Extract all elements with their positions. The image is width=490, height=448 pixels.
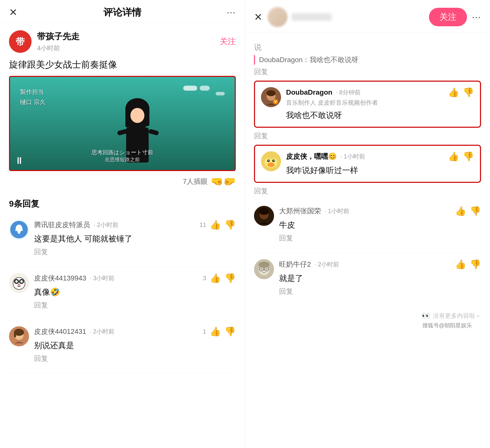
author-row: 带 带孩子先走 4小时前 关注 [0,23,245,55]
table-row: 腾讯驻皮皮特派员 · 2小时前 11 👍 👎 这要是其他人 可能就被锤了 回复 [9,214,236,267]
say-label: 说 [254,37,481,53]
thumbdown-icon[interactable]: 👎 [463,87,474,98]
reply-link[interactable]: 回复 [34,354,236,363]
thumbup-icon[interactable]: 👍 [210,326,221,337]
reply-link[interactable]: 回复 [34,247,236,257]
thumbdown-icon[interactable]: 👎 [463,151,474,162]
comment-username: 大郑州张国荣 [279,206,321,216]
comment-text: 这要是其他人 可能就被锤了 [34,233,236,245]
close-icon[interactable]: ✕ [9,7,18,17]
reply-link[interactable]: 回复 [254,131,481,141]
comment-item: V DoubaDragon · 8分钟前 👍 👎 音乐制作人 皮皮虾音乐视频创作… [261,87,474,121]
right-close-icon[interactable]: ✕ [254,12,263,22]
thumbup-icon[interactable]: 👍 [455,259,466,270]
thumbup-icon[interactable]: 👍 [455,206,466,216]
svg-point-47 [259,262,270,268]
comment-username: 皮皮侠44139943 [34,273,86,283]
right-top-avatar [268,7,288,27]
svg-point-18 [20,280,23,283]
avatar: V [261,87,281,107]
comment-text: 真像🤣 [34,286,236,298]
reply-link[interactable]: 回复 [279,287,481,296]
comment-body: 大郑州张国荣 · 1小时前 👍 👎 牛皮 回复 [279,206,481,247]
comment-header: 旺奶牛仔2 · 2小时前 👍 👎 [279,259,481,270]
comment-body: 皮皮侠44012431 · 2小时前 1 👍 👎 别说还真是 回复 [34,326,236,367]
svg-rect-5 [125,107,130,127]
watermark: 搜狐号@朝阳星娱乐 [254,321,481,333]
video-jp-text: 製作担当 樋口 宗久 [20,87,46,107]
right-header: ✕ 关注 ··· [245,0,490,32]
svg-point-17 [15,280,18,283]
comment-text: 牛皮 [279,219,481,231]
svg-point-35 [273,160,274,161]
comment-time: · 1小时前 [340,153,365,161]
comment-text: 别说还真是 [34,339,236,351]
comment-header: 大郑州张国荣 · 1小时前 👍 👎 [279,206,481,216]
thumbdown-icon[interactable]: 👎 [224,220,236,230]
right-panel: ✕ 关注 ··· 说 DoubaDragon：我啥也不敢说呀 回复 [245,0,490,448]
author-time: 4小时前 [37,44,220,53]
comment-body: 皮皮侠，嘿嘿😊 · 1小时前 👍 👎 我咋说好像听过一样 [286,151,474,176]
avatar [261,151,281,171]
video-thumbnail[interactable]: 製作担当 樋口 宗久 思考回路はショート寸前 在思维短路之前 ⏸ [9,76,236,171]
comment-time: · 2小时前 [94,221,118,229]
no-more-row: 👀 没有更多内容啦～ [254,307,481,321]
post-text: 旋律跟美少女战士前奏挺像 [9,58,236,71]
reply-card-pipixia: 皮皮侠，嘿嘿😊 · 1小时前 👍 👎 我咋说好像听过一样 [254,145,481,183]
left-panel: ✕ 评论详情 ··· 带 带孩子先走 4小时前 关注 旋律跟美少女战士前奏挺像 [0,0,245,448]
avatar [254,259,274,279]
author-avatar[interactable]: 带 [9,30,32,53]
thumbdown-icon[interactable]: 👎 [470,206,481,216]
comment-username: 皮皮侠，嘿嘿😊 [286,152,337,161]
avatar [254,206,274,226]
like-count: 1 [203,328,206,335]
svg-point-7 [130,108,144,123]
svg-rect-9 [148,129,159,136]
comment-username: DoubaDragon [286,88,332,96]
comment-header: DoubaDragon · 8分钟前 👍 👎 [286,87,474,98]
quote-content: DoubaDragon：我啥也不敢说呀 [259,56,359,64]
avatar [9,326,29,346]
reply-count: 9条回复 [0,192,245,214]
comment-username: 腾讯驻皮皮特派员 [34,220,90,230]
comment-header: 腾讯驻皮皮特派员 · 2小时前 11 👍 👎 [34,220,236,230]
thumbdown-icon[interactable]: 👎 [470,259,481,270]
thumbdown-icon[interactable]: 👎 [224,326,236,337]
pause-icon[interactable]: ⏸ [15,155,24,166]
table-row: 皮皮侠44139943 · 3小时前 3 👍 👎 真像🤣 回复 [9,267,236,320]
avatar [9,273,29,293]
svg-point-31 [268,163,275,167]
right-follow-button[interactable]: 关注 [429,8,467,26]
table-row: 旺奶牛仔2 · 2小时前 👍 👎 就是了 回复 [254,253,481,307]
reply-link[interactable]: 回复 [34,301,236,310]
thumbup-icon[interactable]: 👍 [210,273,221,283]
svg-rect-6 [144,107,149,126]
comment-list: 腾讯驻皮皮特派员 · 2小时前 11 👍 👎 这要是其他人 可能就被锤了 回复 [0,214,245,448]
eye-icons: 👀 [422,312,430,320]
right-more-menu-icon[interactable]: ··· [472,12,481,22]
top-quote-section: 说 DoubaDragon：我啥也不敢说呀 回复 [254,32,481,77]
comment-header: 皮皮侠，嘿嘿😊 · 1小时前 👍 👎 [286,151,474,162]
more-menu-icon[interactable]: ··· [227,7,236,18]
comment-header: 皮皮侠44139943 · 3小时前 3 👍 👎 [34,273,236,283]
svg-point-36 [266,154,277,159]
thumbup-icon[interactable]: 👍 [210,220,221,230]
svg-point-46 [266,268,268,270]
author-follow-button[interactable]: 关注 [220,36,236,47]
thumbdown-icon[interactable]: 👎 [224,273,236,283]
reply-link[interactable]: 回复 [254,186,481,196]
table-row: 大郑州张国荣 · 1小时前 👍 👎 牛皮 回复 [254,200,481,253]
reply-link[interactable]: 回复 [279,233,481,243]
comment-time: · 8分钟前 [336,88,361,96]
comment-time: · 2小时前 [315,260,339,268]
reply-link[interactable]: 回复 [254,67,481,77]
comment-body: 旺奶牛仔2 · 2小时前 👍 👎 就是了 回复 [279,259,481,300]
comment-body: 皮皮侠44139943 · 3小时前 3 👍 👎 真像🤣 回复 [34,273,236,314]
thumbup-icon[interactable]: 👍 [448,87,459,98]
heart-icon[interactable]: 🤜🤛 [211,176,236,187]
svg-point-34 [268,160,269,161]
svg-point-26 [267,90,276,96]
svg-point-45 [261,268,263,270]
user-badge: 音乐制作人 皮皮虾音乐视频创作者 [286,99,474,107]
thumbup-icon[interactable]: 👍 [448,151,459,162]
